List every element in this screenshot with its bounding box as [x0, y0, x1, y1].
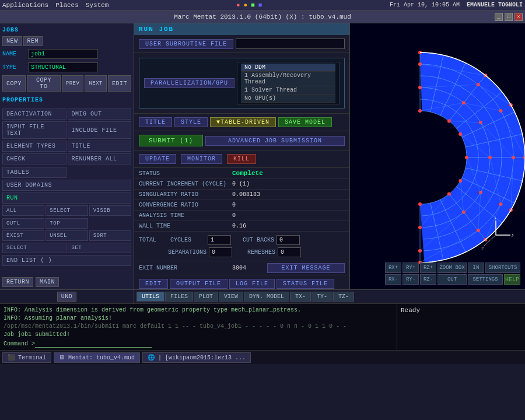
- tab-files[interactable]: FILES: [165, 292, 193, 302]
- maximize-button[interactable]: □: [505, 13, 513, 21]
- advanced-submission-button[interactable]: ADVANCED JOB SUBMISSION: [205, 136, 345, 146]
- renumber-all-button[interactable]: RENUMBER ALL: [68, 153, 132, 164]
- close-button[interactable]: ✕: [514, 13, 523, 21]
- ddm-option-2[interactable]: 1 Solver Thread: [241, 86, 335, 94]
- visib-button[interactable]: VISIB: [89, 205, 131, 216]
- edit-button[interactable]: EDIT: [108, 75, 131, 92]
- convergence-ratio-value: 0: [232, 202, 236, 208]
- top-button[interactable]: TOP: [46, 218, 88, 229]
- return-button[interactable]: RETURN: [2, 277, 33, 287]
- ry-plus-button[interactable]: RY+: [402, 262, 419, 273]
- include-file-button[interactable]: INCLUDE FILE: [68, 121, 132, 139]
- remeshes-input[interactable]: [278, 247, 301, 257]
- type-label: TYPE: [2, 64, 26, 71]
- status-file-button[interactable]: STATUS FILE: [276, 279, 334, 289]
- set-button[interactable]: SET: [68, 243, 132, 253]
- table-driven-button[interactable]: ▼TABLE-DRIVEN: [210, 117, 276, 127]
- save-model-button[interactable]: SAVE MODEL: [278, 117, 332, 127]
- style-button[interactable]: STYLE: [174, 117, 208, 127]
- monitor-button[interactable]: MONITOR: [181, 154, 222, 164]
- tab-ty-minus[interactable]: TY-: [312, 292, 332, 302]
- help-button[interactable]: HELP: [504, 274, 520, 285]
- outl-button[interactable]: OUTL: [2, 218, 44, 229]
- tray-icon-4: ■: [258, 2, 262, 9]
- rz-plus-button[interactable]: RZ+: [420, 262, 436, 273]
- menu-system[interactable]: System: [86, 2, 109, 9]
- type-input[interactable]: [28, 62, 98, 72]
- run-button[interactable]: RUN: [2, 192, 131, 204]
- output-file-button[interactable]: OUTPUT FILE: [170, 279, 228, 289]
- user-sub-file-input[interactable]: [236, 38, 345, 49]
- tab-dyn-model[interactable]: DYN. MODEL: [244, 292, 289, 302]
- dmig-out-button[interactable]: DMIG OUT: [68, 108, 132, 120]
- taskbar-mentat[interactable]: 🖥 Mentat: tubo_v4.mud: [54, 352, 140, 363]
- submit-button[interactable]: SUBMIT (1): [139, 135, 203, 146]
- parallelization-button[interactable]: PARALLELIZATION/GPU: [144, 78, 235, 88]
- title-left-button[interactable]: TITLE: [68, 141, 132, 152]
- check-button[interactable]: CHECK: [2, 153, 66, 164]
- tray-icon-1: ●: [236, 2, 240, 9]
- tab-tx-minus[interactable]: TX-: [290, 292, 311, 302]
- input-file-text-button[interactable]: INPUT FILE TEXT: [2, 121, 66, 139]
- taskbar-terminal[interactable]: ⬛ Terminal: [2, 352, 51, 363]
- select2-button[interactable]: SELECT: [2, 243, 66, 253]
- kill-button[interactable]: KILL: [227, 154, 256, 164]
- tab-view[interactable]: VIEW: [219, 292, 243, 302]
- end-list-button[interactable]: END LIST ( ): [2, 255, 131, 266]
- properties-title: PROPERTIES: [2, 96, 131, 104]
- out-button[interactable]: OUT: [438, 274, 467, 285]
- all-button[interactable]: ALL: [2, 205, 44, 216]
- tables-button[interactable]: TABLES: [2, 167, 66, 178]
- sort-button[interactable]: SORT: [89, 230, 131, 241]
- tab-utils[interactable]: UTILS: [136, 292, 164, 302]
- unsel-button[interactable]: UNSEL: [46, 230, 88, 241]
- log-file-button[interactable]: LOG FILE: [229, 279, 275, 289]
- taskbar-browser[interactable]: 🌐 | [wikipaom2015:lez13 ...: [142, 352, 251, 363]
- main-button[interactable]: MAIN: [36, 277, 59, 287]
- ddm-option-3[interactable]: No GPU(s): [241, 94, 335, 103]
- user-sub-file-button[interactable]: USER SUBROUTINE FILE: [139, 39, 233, 49]
- exist-button[interactable]: EXIST: [2, 230, 44, 241]
- rem-button[interactable]: REM: [23, 36, 43, 46]
- rz-minus-button[interactable]: RZ-: [420, 274, 436, 285]
- ddm-option-0[interactable]: No DDM: [241, 64, 335, 72]
- edit-file-button[interactable]: EDIT: [139, 279, 168, 289]
- minimize-button[interactable]: _: [495, 13, 503, 21]
- menu-places[interactable]: Places: [55, 2, 79, 9]
- update-button[interactable]: UPDATE: [139, 154, 176, 164]
- zoom-box-button[interactable]: ZOOM BOX: [438, 262, 467, 273]
- analysis-time-value: 0: [232, 212, 236, 219]
- viewport: MSC Software RX+ RY+ RZ+ ZOOM BOX IN SHO…: [350, 23, 525, 289]
- shortcuts-button[interactable]: SHORTCUTS: [485, 262, 520, 273]
- new-button[interactable]: NEW: [2, 36, 22, 46]
- console-input[interactable]: [35, 341, 152, 348]
- rx-minus-button[interactable]: RX-: [385, 274, 401, 285]
- settings-button[interactable]: SETTINGS: [468, 274, 503, 285]
- name-input[interactable]: [28, 49, 98, 59]
- cut-backs-input[interactable]: [276, 235, 300, 245]
- deactivation-button[interactable]: DEACTIVATION: [2, 108, 66, 120]
- in-button[interactable]: IN: [468, 262, 484, 273]
- next-button[interactable]: NEXT: [85, 75, 107, 92]
- current-increment-value: 0 (1): [232, 181, 250, 187]
- copy-to-button[interactable]: COPY TO: [27, 75, 61, 92]
- console-area: INFO: Analysis dimension is derived from…: [0, 303, 525, 350]
- cycles-input[interactable]: [208, 235, 231, 245]
- exit-message-button[interactable]: EXIT MESSAGE: [267, 263, 345, 273]
- prev-button[interactable]: PREV: [62, 75, 84, 92]
- singularity-ratio-label: SINGULARITY RATIO: [139, 191, 232, 198]
- select-button[interactable]: SELECT: [46, 205, 88, 216]
- ry-minus-button[interactable]: RY-: [402, 274, 419, 285]
- menu-applications[interactable]: Applications: [2, 2, 48, 9]
- copy-button[interactable]: COPY: [2, 75, 26, 92]
- element-types-button[interactable]: ELEMENT TYPES: [2, 141, 66, 152]
- tab-tz-minus[interactable]: TZ-: [333, 292, 354, 302]
- analysis-time-label: ANALYSIS TIME: [139, 212, 232, 219]
- tab-plot[interactable]: PLOT: [194, 292, 218, 302]
- separations-input[interactable]: [209, 247, 232, 257]
- user-domains-button[interactable]: USER DOMAINS: [2, 180, 131, 191]
- title-button[interactable]: TITLE: [139, 117, 172, 127]
- rx-plus-button[interactable]: RX+: [385, 262, 401, 273]
- ddm-option-1[interactable]: 1 Assembly/Recovery Thread: [241, 72, 335, 86]
- undo-button[interactable]: UND: [57, 292, 77, 302]
